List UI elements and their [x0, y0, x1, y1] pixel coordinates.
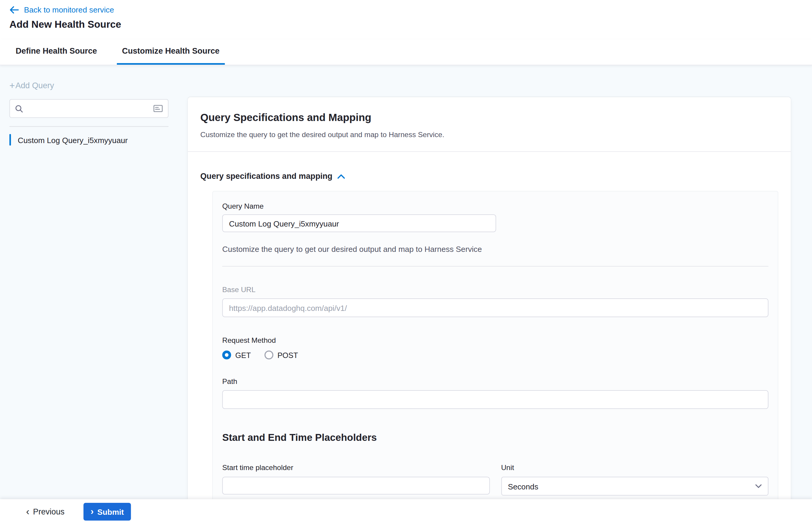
- query-mapping-card: Query Specifications and Mapping Customi…: [188, 97, 791, 524]
- unit-column: Unit Seconds: [501, 463, 768, 496]
- selected-indicator-bar: [10, 134, 11, 146]
- page-title: Add New Health Source: [10, 19, 800, 30]
- search-icon: [15, 104, 23, 112]
- back-link-label: Back to monitored service: [24, 5, 114, 14]
- section-header: Query specifications and mapping: [200, 172, 778, 181]
- unit-select[interactable]: Seconds: [501, 477, 768, 496]
- chevron-left-icon: ‹: [26, 506, 30, 516]
- base-url-label: Base URL: [222, 285, 768, 294]
- radio-option-get[interactable]: GET: [222, 350, 251, 359]
- card-subtitle: Customize the query to get the desired o…: [200, 131, 778, 139]
- query-search-box: [10, 99, 169, 118]
- query-list-item-selected[interactable]: Custom Log Query_i5xmyyuaur: [10, 134, 169, 146]
- card-body: Query specifications and mapping Query N…: [188, 172, 791, 524]
- submit-button[interactable]: › Submit: [83, 503, 131, 521]
- path-label: Path: [222, 377, 768, 386]
- content-area: + Add Query: [0, 65, 812, 524]
- card-header: Query Specifications and Mapping Customi…: [188, 97, 791, 152]
- time-placeholders-heading: Start and End Time Placeholders: [222, 432, 768, 443]
- query-form-panel: Query Name Customize the query to get ou…: [212, 191, 778, 524]
- radio-get-checked-icon: [222, 350, 231, 359]
- card-view-icon[interactable]: [153, 105, 163, 112]
- request-method-field: Request Method GET POST: [222, 336, 768, 359]
- base-url-field: Base URL: [222, 285, 768, 317]
- sidebar-divider: [10, 126, 169, 127]
- chevron-up-icon[interactable]: [338, 174, 345, 179]
- request-method-radio-group: GET POST: [222, 350, 768, 359]
- chevron-down-icon: [756, 484, 762, 488]
- radio-post-unchecked-icon: [264, 350, 273, 359]
- path-input[interactable]: [222, 390, 768, 409]
- plus-icon: +: [10, 81, 15, 90]
- unit-select-value: Seconds: [508, 482, 538, 491]
- submit-button-label: Submit: [97, 507, 124, 516]
- arrow-left-icon: [10, 6, 19, 13]
- wizard-tabs: Define Health Source Customize Health So…: [0, 39, 812, 65]
- base-url-input: [222, 298, 768, 317]
- helper-text: Customize the query to get our desired o…: [222, 245, 768, 253]
- wizard-footer: ‹ Previous › Submit: [0, 499, 812, 524]
- card-title: Query Specifications and Mapping: [200, 112, 778, 124]
- tab-define-health-source[interactable]: Define Health Source: [11, 39, 102, 65]
- tab-customize-health-source[interactable]: Customize Health Source: [117, 39, 225, 65]
- form-divider: [222, 266, 768, 267]
- radio-get-label: GET: [235, 351, 251, 359]
- add-query-button[interactable]: + Add Query: [10, 81, 54, 90]
- query-sidebar: + Add Query: [10, 65, 169, 146]
- previous-button-label: Previous: [33, 507, 65, 517]
- section-title: Query specifications and mapping: [200, 172, 332, 181]
- time-placeholder-row: Start time placeholder Unit Seconds: [222, 463, 768, 496]
- radio-post-label: POST: [277, 351, 298, 359]
- start-time-column: Start time placeholder: [222, 463, 490, 496]
- add-query-label: Add Query: [16, 81, 54, 90]
- previous-button[interactable]: ‹ Previous: [21, 504, 70, 520]
- start-time-input[interactable]: [222, 477, 490, 495]
- query-search-input[interactable]: [27, 104, 153, 113]
- request-method-label: Request Method: [222, 336, 768, 344]
- query-name-input[interactable]: [222, 214, 496, 232]
- radio-option-post[interactable]: POST: [264, 350, 298, 359]
- app-root: Back to monitored service Add New Health…: [0, 0, 812, 524]
- chevron-right-icon: ›: [91, 506, 94, 516]
- query-item-label: Custom Log Query_i5xmyyuaur: [18, 135, 128, 144]
- query-name-label: Query Name: [222, 202, 768, 210]
- top-header: Back to monitored service Add New Health…: [0, 0, 812, 39]
- path-field: Path: [222, 377, 768, 409]
- back-link[interactable]: Back to monitored service: [10, 5, 114, 14]
- unit-label: Unit: [501, 463, 768, 472]
- start-time-label: Start time placeholder: [222, 463, 490, 472]
